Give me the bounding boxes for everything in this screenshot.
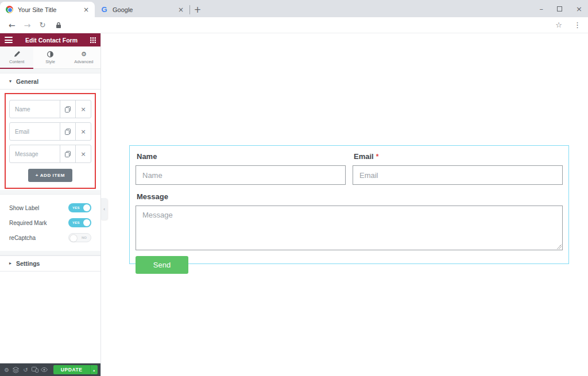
panel-divider: [0, 190, 100, 195]
toggle-knob: [70, 235, 77, 242]
window-controls: – ×: [540, 0, 582, 17]
gear-icon: ⚙: [81, 51, 87, 57]
duplicate-item-button[interactable]: [60, 123, 75, 140]
close-window-button[interactable]: ×: [576, 5, 582, 13]
toggle-state: YES: [72, 206, 80, 210]
toggle-row-show-label: Show Label YES: [9, 200, 91, 215]
tab-title: Your Site Title: [18, 6, 79, 13]
field-label-text: Name: [137, 152, 157, 161]
history-icon[interactable]: ↺: [22, 365, 29, 374]
form-field-message: Message: [136, 192, 563, 250]
tab-close-icon[interactable]: ×: [83, 6, 89, 13]
field-label: Email*: [354, 152, 563, 161]
toggle-knob: [83, 219, 90, 226]
toggle-label: Show Label: [9, 205, 39, 211]
required-mark-toggle[interactable]: YES: [68, 218, 91, 227]
section-general[interactable]: ▾ General: [0, 73, 100, 90]
hamburger-menu-icon[interactable]: [5, 37, 13, 43]
toggle-row-recaptcha: reCaptcha NO: [9, 230, 91, 245]
contact-form-widget[interactable]: Name Email* Message: [129, 145, 569, 264]
general-section-body: × × × + ADD ITEM: [0, 90, 100, 190]
item-label-input[interactable]: [10, 123, 60, 140]
send-button[interactable]: Send: [136, 256, 188, 274]
tab-style[interactable]: Style: [33, 46, 67, 68]
required-asterisk: *: [376, 153, 379, 161]
editor-panel: Edit Contact Form Content Style: [0, 33, 101, 376]
panel-title: Edit Contact Form: [13, 37, 90, 44]
responsive-mode-icon[interactable]: [31, 365, 38, 374]
section-settings[interactable]: ▸ Settings: [0, 255, 100, 272]
email-input[interactable]: [353, 165, 563, 185]
remove-item-button[interactable]: ×: [75, 123, 91, 140]
tab-advanced[interactable]: ⚙ Advanced: [67, 46, 100, 68]
toggle-controls: Show Label YES Required Mark YES reCaptc…: [0, 195, 100, 251]
panel-tabs: Content Style ⚙ Advanced: [0, 46, 100, 69]
minimize-button[interactable]: –: [540, 5, 544, 13]
panel-collapse-handle[interactable]: ‹: [101, 198, 107, 220]
toggle-knob: [83, 204, 90, 211]
chrome-favicon-icon: [6, 6, 13, 13]
panel-header: Edit Contact Form: [0, 33, 100, 46]
message-textarea[interactable]: [136, 206, 563, 250]
toggle-state: YES: [72, 221, 80, 224]
bookmark-star-icon[interactable]: ☆: [555, 21, 562, 29]
browser-window: Your Site Title × G Google × + – × ← → ↻…: [0, 0, 588, 376]
remove-item-button[interactable]: ×: [75, 145, 91, 162]
browser-menu-icon[interactable]: ⋮: [574, 21, 581, 29]
browser-tab-your-site-title[interactable]: Your Site Title ×: [0, 2, 95, 17]
textarea-wrapper: [136, 206, 563, 250]
pencil-icon: [14, 51, 20, 57]
browser-tabstrip: Your Site Title × G Google × + – ×: [0, 0, 588, 17]
repeater-item-name: ×: [9, 100, 91, 118]
tab-close-icon[interactable]: ×: [178, 6, 184, 13]
maximize-icon: [557, 6, 562, 11]
remove-item-button[interactable]: ×: [75, 100, 91, 118]
field-label: Name: [137, 152, 346, 161]
tab-content[interactable]: Content: [0, 46, 33, 68]
forward-icon: →: [24, 21, 31, 29]
reload-icon[interactable]: ↻: [39, 21, 45, 29]
panel-divider: [0, 251, 100, 255]
browser-toolbar: ← → ↻ ☆ ⋮: [0, 17, 588, 33]
google-favicon-icon: G: [100, 6, 108, 13]
tab-title: Google: [113, 6, 173, 13]
section-label: General: [16, 78, 38, 85]
repeater-item-email: ×: [9, 122, 91, 141]
preview-eye-icon[interactable]: [40, 365, 48, 374]
update-options-caret[interactable]: ▴: [90, 365, 98, 374]
widgets-grid-icon[interactable]: [90, 37, 96, 43]
form-field-email: Email*: [353, 151, 563, 185]
name-input[interactable]: [136, 165, 346, 185]
navigator-icon[interactable]: [12, 365, 20, 374]
new-tab-button[interactable]: +: [190, 2, 205, 17]
toggle-state: NO: [82, 236, 87, 239]
highlight-outline: × × × + ADD ITEM: [5, 93, 96, 189]
field-label: Message: [137, 192, 563, 201]
form-field-name: Name: [136, 151, 346, 185]
duplicate-item-button[interactable]: [60, 145, 75, 162]
toggle-row-required-mark: Required Mark YES: [9, 215, 91, 230]
browser-tab-google[interactable]: G Google ×: [95, 2, 189, 17]
lock-icon: [56, 22, 61, 29]
item-label-input[interactable]: [10, 100, 60, 118]
duplicate-item-button[interactable]: [60, 100, 75, 118]
chevron-down-icon: ▾: [9, 79, 11, 84]
toggle-label: Required Mark: [9, 220, 47, 226]
back-icon[interactable]: ←: [9, 21, 16, 29]
chevron-right-icon: ▸: [9, 261, 11, 266]
show-label-toggle[interactable]: YES: [68, 203, 91, 212]
panel-divider: [0, 69, 100, 73]
preview-canvas: ‹ Name Email* Message: [101, 33, 588, 376]
maximize-button[interactable]: [557, 6, 562, 11]
add-item-button[interactable]: + ADD ITEM: [28, 169, 72, 182]
tab-label: Content: [9, 59, 24, 64]
form-row-top: Name Email*: [136, 151, 563, 185]
update-button[interactable]: UPDATE: [53, 365, 90, 374]
item-label-input[interactable]: [10, 145, 60, 162]
settings-gear-icon[interactable]: ⚙: [3, 365, 10, 374]
tab-label: Advanced: [74, 59, 93, 64]
toggle-label: reCaptcha: [9, 235, 36, 241]
panel-footer: ⚙ ↺ UPDATE ▴: [0, 363, 100, 376]
field-label-text: Email: [354, 152, 374, 161]
recaptcha-toggle[interactable]: NO: [68, 233, 91, 242]
